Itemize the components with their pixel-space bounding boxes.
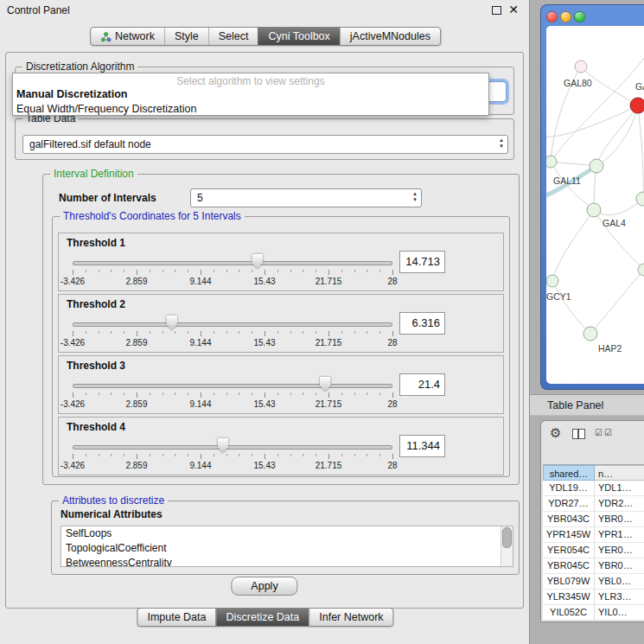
float-window-icon[interactable] <box>492 6 501 15</box>
dropdown-option-equal-width-frequency-discretization[interactable]: Equal Width/Frequency Discretization <box>13 102 488 117</box>
slider-track[interactable] <box>73 384 392 388</box>
bottom-tab-discretize-data[interactable]: Discretize Data <box>216 609 309 626</box>
slider-scale-label: 21.715 <box>316 338 342 348</box>
table-data-combobox[interactable]: galFiltered.sif default node ▲▼ <box>22 135 508 154</box>
bottom-tab-impute-data[interactable]: Impute Data <box>137 609 215 626</box>
network-node[interactable] <box>546 156 557 168</box>
network-node[interactable] <box>587 203 601 217</box>
slider-scale-label: 2.859 <box>125 277 147 286</box>
slider-track[interactable] <box>73 261 392 265</box>
slider-scale-label: 28 <box>387 399 397 409</box>
network-canvas[interactable]: GAL80GAGAL11GAL4GCY1HAP2 <box>546 26 644 384</box>
table-cell-name: YBR0… <box>595 558 644 573</box>
slider-scale-label: 15.43 <box>253 461 275 470</box>
thresholds-group-label: Threshold's Coordinates for 5 Intervals <box>60 210 245 222</box>
attributes-list[interactable]: SelfLoopsTopologicalCoefficientBetweenne… <box>61 526 513 567</box>
table-row[interactable]: YBR045CYBR0… <box>543 558 644 574</box>
threshold-value-field[interactable]: 14.713 <box>399 251 445 273</box>
slider-scale-label: 2.859 <box>125 399 147 409</box>
attribute-list-item[interactable]: SelfLoops <box>61 526 513 541</box>
column-header-name[interactable]: n… <box>595 465 644 481</box>
slider-scale-labels: -3.4262.8599.14415.4321.71528 <box>73 461 392 470</box>
threshold-value-field[interactable]: 11.344 <box>399 435 445 457</box>
threshold-label: Threshold 3 <box>67 360 125 372</box>
table-row[interactable]: YPR145WYPR1… <box>543 527 644 543</box>
table-cell-name: YDL1… <box>595 481 644 495</box>
table-cell-shared-name: YER054C <box>543 543 595 558</box>
tab-cyni-toolbox-label: Cyni Toolbox <box>268 30 329 42</box>
gear-icon[interactable]: ⚙ <box>550 426 561 440</box>
deselect-all-checkbox-icon[interactable]: ☑ <box>604 428 612 438</box>
slider-thumb[interactable] <box>252 254 263 269</box>
slider-ticks <box>73 454 392 460</box>
zoom-traffic-light-icon[interactable] <box>574 11 585 22</box>
threshold-value-field[interactable]: 6.316 <box>399 312 445 335</box>
tab-style[interactable]: Style <box>164 28 208 45</box>
network-node[interactable] <box>546 275 558 287</box>
interval-definition-group: Interval Definition Number of Intervals … <box>42 174 520 485</box>
network-node[interactable] <box>590 159 603 173</box>
thresholds-group: Threshold's Coordinates for 5 Intervals … <box>52 216 510 477</box>
attributes-group-label: Attributes to discretize <box>59 494 168 507</box>
tab-jactivemnodules-label: jActiveMNodules <box>350 30 430 42</box>
table-cell-shared-name: YIL052C <box>543 605 595 620</box>
attributes-group: Attributes to discretize Numerical Attri… <box>51 501 520 575</box>
scrollbar-thumb[interactable] <box>502 527 512 548</box>
table-row[interactable]: YDR27…YDR2… <box>543 496 644 512</box>
bottom-tab-infer-network[interactable]: Infer Network <box>309 609 392 626</box>
network-node-label: GCY1 <box>546 291 571 302</box>
tab-style-label: Style <box>175 30 199 42</box>
slider-thumb[interactable] <box>320 377 331 392</box>
minimize-traffic-light-icon[interactable] <box>560 11 571 22</box>
column-header-shared-name[interactable]: shared… <box>543 465 595 481</box>
threshold-panel: Threshold 1-3.4262.8599.14415.4321.71528… <box>58 233 504 291</box>
table-cell-name: YBL0… <box>595 574 644 589</box>
threshold-panel: Threshold 2-3.4262.8599.14415.4321.71528… <box>58 294 504 353</box>
close-icon[interactable]: ✕ <box>508 3 519 16</box>
attribute-list-item[interactable]: BetweennessCentrality <box>61 556 513 567</box>
network-edge <box>546 105 638 137</box>
attribute-list-item[interactable]: TopologicalCoefficient <box>61 541 513 556</box>
dropdown-option-manual-discretization[interactable]: Manual Discretization <box>13 87 488 102</box>
network-node[interactable] <box>630 98 644 113</box>
table-row[interactable]: YIL052CYIL0… <box>543 605 644 620</box>
table-row[interactable]: YBR043CYBR0… <box>543 512 644 527</box>
threshold-label: Threshold 2 <box>67 298 125 310</box>
slider-scale-label: 21.715 <box>316 277 342 286</box>
tab-cyni-toolbox[interactable]: Cyni Toolbox <box>258 28 339 45</box>
tab-network[interactable]: Network <box>91 28 164 45</box>
table-row[interactable]: YBL079WYBL0… <box>543 574 644 590</box>
threshold-slider[interactable]: -3.4262.8599.14415.4321.71528 <box>73 375 392 411</box>
threshold-slider[interactable]: -3.4262.8599.14415.4321.71528 <box>73 252 392 289</box>
slider-scale-label: 15.43 <box>253 338 275 348</box>
number-of-intervals-value: 5 <box>197 192 203 204</box>
slider-scale-label: 15.43 <box>253 277 275 286</box>
threshold-panel: Threshold 4-3.4262.8599.14415.4321.71528… <box>58 417 504 475</box>
network-node-label: GAL11 <box>553 175 581 186</box>
table-row[interactable]: YDL19…YDL1… <box>543 481 644 496</box>
network-node[interactable] <box>583 327 597 341</box>
columns-icon[interactable] <box>572 429 585 439</box>
threshold-slider[interactable]: -3.4262.8599.14415.4321.71528 <box>73 437 392 473</box>
slider-thumb[interactable] <box>166 316 177 330</box>
slider-track[interactable] <box>73 322 392 327</box>
slider-thumb[interactable] <box>217 438 228 453</box>
table-panel-window: ⚙ ☑ ☑ shared… n… YDL19…YDL1…YDR27…YDR2…Y… <box>540 420 644 622</box>
tab-select[interactable]: Select <box>208 28 258 45</box>
select-all-checkbox-icon[interactable]: ☑ <box>595 428 603 438</box>
number-of-intervals-combobox[interactable]: 5 ▲▼ <box>190 188 422 207</box>
apply-button[interactable]: Apply <box>231 577 297 596</box>
network-node[interactable] <box>575 61 587 73</box>
network-node-label: GA <box>635 81 644 92</box>
table-row[interactable]: YER054CYER0… <box>543 543 644 558</box>
threshold-slider[interactable]: -3.4262.8599.14415.4321.71528 <box>73 314 392 350</box>
network-node[interactable] <box>638 264 644 276</box>
tab-network-label: Network <box>115 30 155 42</box>
table-cell-shared-name: YPR145W <box>543 527 595 542</box>
table-row[interactable]: YLR345WYLR3… <box>543 590 644 605</box>
attributes-scrollbar[interactable] <box>501 526 513 566</box>
close-traffic-light-icon[interactable] <box>546 11 558 22</box>
tab-jactivemnodules[interactable]: jActiveMNodules <box>340 28 440 45</box>
slider-track[interactable] <box>73 445 392 450</box>
threshold-value-field[interactable]: 21.4 <box>399 373 445 396</box>
